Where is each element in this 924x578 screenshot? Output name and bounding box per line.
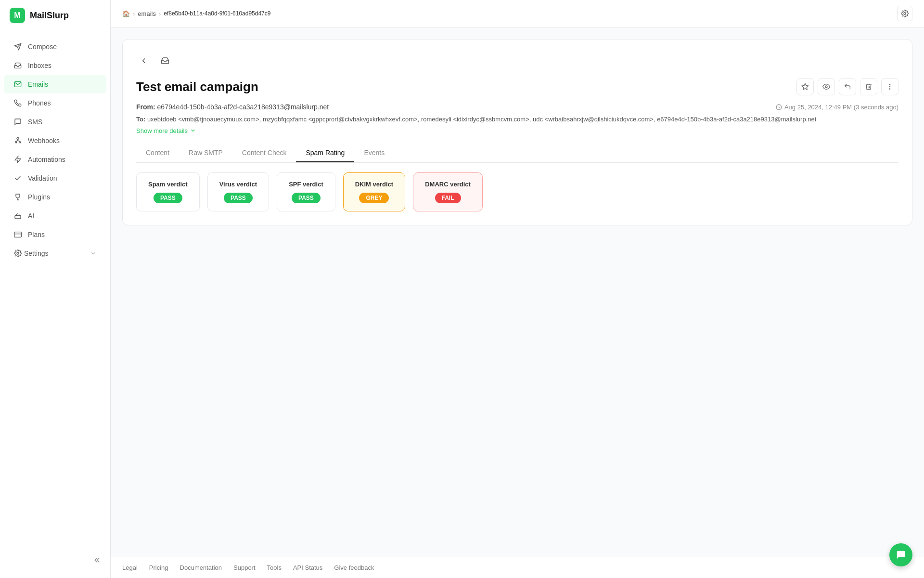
email-to-row: To: uxebtdoeb <vmb@tjnoauecymuux.com>, m…: [136, 115, 898, 124]
sidebar-item-sms[interactable]: SMS: [4, 113, 106, 131]
svg-point-2: [17, 137, 19, 139]
sidebar-label-compose: Compose: [28, 43, 57, 51]
sidebar-item-settings[interactable]: Settings: [4, 244, 106, 263]
sidebar-nav: Compose Inboxes Emails Phones: [0, 31, 110, 546]
sidebar-item-phones[interactable]: Phones: [4, 94, 106, 112]
collapse-sidebar-button[interactable]: [0, 552, 110, 568]
content-area: Test email campaign: [111, 27, 924, 557]
svg-rect-4: [15, 215, 21, 219]
sidebar-label-plugins: Plugins: [28, 193, 50, 201]
sidebar-item-webhooks[interactable]: Webhooks: [4, 131, 106, 150]
breadcrumb-sep2: ›: [159, 10, 161, 17]
verdict-spam-badge: PASS: [154, 193, 182, 203]
plug-icon: [13, 193, 22, 201]
verdict-virus: Virus verdict PASS: [207, 172, 270, 211]
sidebar-item-ai[interactable]: AI: [4, 207, 106, 225]
tab-raw-smtp[interactable]: Raw SMTP: [179, 144, 232, 162]
breadcrumb-emails[interactable]: emails: [138, 10, 156, 17]
footer-api-status[interactable]: API Status: [293, 564, 322, 571]
sidebar-item-plans[interactable]: Plans: [4, 225, 106, 244]
sidebar-item-plugins[interactable]: Plugins: [4, 188, 106, 206]
svg-rect-5: [14, 232, 22, 237]
email-from-address: e6794e4d-150b-4b3a-af2d-ca3a218e9313@mai…: [157, 103, 329, 111]
topbar-actions: [897, 6, 912, 21]
show-more-label: Show more details: [136, 127, 188, 134]
sidebar-item-automations[interactable]: Automations: [4, 150, 106, 169]
delete-button[interactable]: [860, 78, 877, 95]
sidebar-item-compose[interactable]: Compose: [4, 38, 106, 56]
sidebar-label-plans: Plans: [28, 231, 45, 238]
verdict-spam: Spam verdict PASS: [136, 172, 200, 211]
app-name: MailSlurp: [30, 11, 69, 21]
verdict-dkim: DKIM verdict GREY: [343, 172, 405, 211]
robot-icon: [13, 211, 22, 220]
sms-icon: [13, 118, 22, 126]
svg-point-12: [889, 86, 890, 87]
gear-button[interactable]: [897, 6, 912, 21]
email-from-row: From: e6794e4d-150b-4b3a-af2d-ca3a218e93…: [136, 103, 898, 111]
eye-button[interactable]: [818, 78, 835, 95]
home-icon[interactable]: 🏠: [122, 10, 130, 17]
sidebar-label-webhooks: Webhooks: [28, 137, 60, 144]
footer-give-feedback[interactable]: Give feedback: [334, 564, 374, 571]
email-to-addresses: uxebtdoeb <vmb@tjnoauecymuux.com>, mzyqb…: [147, 116, 816, 123]
sidebar-label-inboxes: Inboxes: [28, 62, 51, 69]
email-nav-row: [136, 53, 898, 68]
back-button[interactable]: [136, 53, 152, 68]
tab-events[interactable]: Events: [354, 144, 394, 162]
sidebar-label-validation: Validation: [28, 174, 57, 182]
sidebar-item-inboxes[interactable]: Inboxes: [4, 56, 106, 75]
tab-spam-rating[interactable]: Spam Rating: [296, 144, 354, 162]
inbox-button[interactable]: [157, 53, 173, 68]
sidebar-label-automations: Automations: [28, 156, 65, 163]
verdict-spf-badge: PASS: [292, 193, 321, 203]
tab-content[interactable]: Content: [136, 144, 179, 162]
footer-support[interactable]: Support: [233, 564, 256, 571]
svg-point-13: [889, 89, 890, 89]
verdict-dmarc-label: DMARC verdict: [425, 181, 471, 188]
verdict-dmarc-badge: FAIL: [435, 193, 461, 203]
email-title-actions: [796, 78, 898, 95]
reply-button[interactable]: [839, 78, 856, 95]
phone-icon: [13, 99, 22, 107]
chevron-down-icon: [90, 250, 97, 257]
topbar: 🏠 › emails › ef8e5b40-b11a-4a0d-9f01-610…: [111, 0, 924, 27]
inbox-icon: [13, 61, 22, 70]
footer-pricing[interactable]: Pricing: [149, 564, 168, 571]
verdict-spf-label: SPF verdict: [289, 181, 323, 188]
star-button[interactable]: [796, 78, 814, 95]
sidebar-label-ai: AI: [28, 212, 34, 220]
tab-content-check[interactable]: Content Check: [232, 144, 296, 162]
breadcrumb: 🏠 › emails › ef8e5b40-b11a-4a0d-9f01-610…: [122, 10, 270, 17]
verdicts-container: Spam verdict PASS Virus verdict PASS SPF…: [136, 172, 898, 211]
sidebar-footer: [0, 546, 110, 578]
sidebar: M MailSlurp Compose Inboxes Emails: [0, 0, 111, 578]
verdict-virus-badge: PASS: [224, 193, 253, 203]
verdict-virus-label: Virus verdict: [219, 181, 257, 188]
footer-tools[interactable]: Tools: [267, 564, 282, 571]
check-icon: [13, 174, 22, 183]
email-timestamp: Aug 25, 2024, 12:49 PM (3 seconds ago): [776, 104, 898, 111]
sidebar-item-emails[interactable]: Emails: [4, 75, 106, 93]
footer-documentation[interactable]: Documentation: [180, 564, 222, 571]
show-more-details-link[interactable]: Show more details: [136, 127, 898, 134]
verdict-spam-label: Spam verdict: [148, 181, 188, 188]
send-icon: [13, 42, 22, 51]
footer-legal[interactable]: Legal: [122, 564, 138, 571]
more-button[interactable]: [881, 78, 898, 95]
mail-icon: [13, 80, 22, 89]
sidebar-item-validation[interactable]: Validation: [4, 169, 106, 187]
credit-card-icon: [13, 230, 22, 239]
svg-marker-9: [802, 83, 808, 90]
chat-bubble-icon: [896, 550, 906, 560]
chat-bubble-button[interactable]: [889, 543, 912, 566]
chevron-down-icon: [190, 127, 196, 134]
settings-icon: [13, 249, 22, 258]
footer: Legal Pricing Documentation Support Tool…: [111, 557, 924, 578]
email-title-row: Test email campaign: [136, 78, 898, 95]
verdict-dmarc: DMARC verdict FAIL: [413, 172, 483, 211]
svg-point-8: [904, 13, 906, 14]
email-tabs: Content Raw SMTP Content Check Spam Rati…: [136, 144, 898, 163]
sidebar-label-settings: Settings: [24, 250, 49, 257]
svg-point-7: [17, 252, 19, 254]
